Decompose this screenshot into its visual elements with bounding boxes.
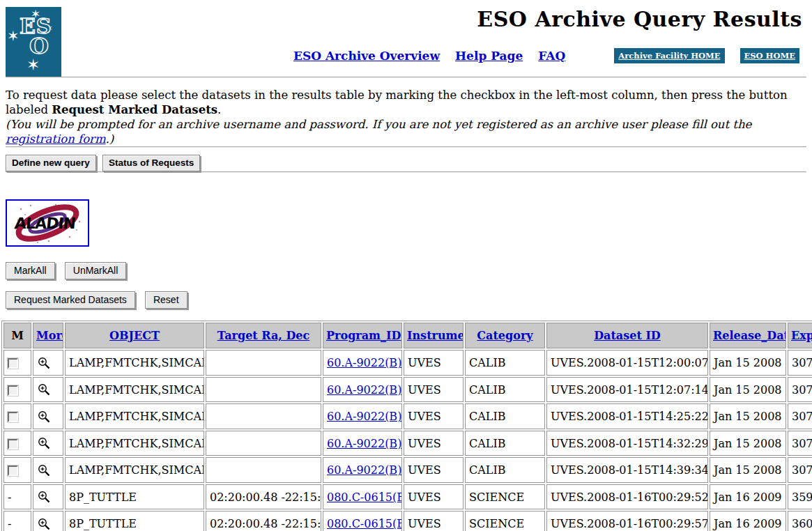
- more-cell: [33, 403, 63, 429]
- program-cell: 080.C-0615(B): [323, 511, 402, 531]
- intro-text: To request data please select the datase…: [6, 88, 806, 146]
- dataset-checkbox[interactable]: [8, 358, 18, 369]
- archive-overview-link[interactable]: ESO Archive Overview: [293, 49, 440, 63]
- registration-form-link[interactable]: registration form: [6, 132, 106, 146]
- object-cell: 8P_TUTTLE: [65, 484, 204, 510]
- dataset-id-cell: UVES.2008-01-16T00:29:57.289: [546, 511, 708, 531]
- table-row: - 8P_TUTTLE 02:20:00.48 -22:15:44.9 080.…: [3, 484, 812, 510]
- dataset-checkbox[interactable]: [8, 385, 18, 396]
- release-date-cell: Jan 15 2008: [710, 431, 786, 456]
- sort-program-link[interactable]: Program_ID: [326, 329, 401, 342]
- program-cell: 60.A-9022(B): [323, 457, 402, 483]
- release-date-cell: Jan 15 2008: [710, 403, 786, 429]
- request-marked-datasets-button[interactable]: Request Marked Datasets: [6, 291, 135, 309]
- program-cell: 60.A-9022(B): [323, 350, 402, 376]
- header-nav: ESO Archive Overview Help Page FAQ Archi…: [6, 48, 806, 63]
- program-cell: 080.C-0615(B): [323, 484, 402, 510]
- sort-category-link[interactable]: Category: [477, 329, 533, 342]
- intro-line-2: (You will be prompted for an archive use…: [6, 117, 806, 146]
- program-id-link[interactable]: 080.C-0615(B): [327, 517, 402, 530]
- magnifier-more-icon[interactable]: [37, 463, 51, 477]
- exptime-cell: 307.997: [788, 350, 812, 376]
- instrument-cell: UVES: [404, 377, 464, 403]
- divider: [6, 146, 806, 148]
- faq-link[interactable]: FAQ: [538, 49, 565, 63]
- dataset-checkbox[interactable]: [8, 412, 18, 422]
- archive-facility-home-button[interactable]: Archive Facility HOME: [614, 48, 724, 63]
- exptime-cell: 307.997: [788, 403, 812, 429]
- instrument-cell: UVES: [404, 484, 464, 510]
- table-row: LAMP,FMTCHK,SIMCAL 60.A-9022(B) UVES CAL…: [3, 403, 812, 429]
- exptime-cell: 307.997: [788, 431, 812, 456]
- sort-dataset-link[interactable]: Dataset ID: [594, 329, 661, 342]
- magnifier-more-icon[interactable]: [37, 490, 51, 504]
- col-header-exptime: Exptime: [788, 323, 812, 348]
- program-id-link[interactable]: 60.A-9022(B): [327, 356, 401, 369]
- object-cell: LAMP,FMTCHK,SIMCAL: [65, 431, 204, 456]
- more-cell: [33, 377, 63, 403]
- dataset-id-cell: UVES.2008-01-15T14:25:22.680: [546, 403, 708, 429]
- sort-release-link[interactable]: Release_Date: [713, 329, 786, 342]
- program-cell: 60.A-9022(B): [323, 431, 402, 456]
- dataset-id-cell: UVES.2008-01-15T12:07:14.489: [546, 377, 708, 403]
- col-header-object: OBJECT: [65, 323, 204, 348]
- mark-toolbar: MarkAll UnMarkAll: [6, 262, 806, 279]
- magnifier-more-icon[interactable]: [37, 517, 51, 531]
- dataset-checkbox[interactable]: [8, 439, 18, 449]
- col-header-instrument: Instrument: [404, 323, 464, 348]
- program-id-link[interactable]: 080.C-0615(B): [327, 491, 402, 504]
- program-id-link[interactable]: 60.A-9022(B): [327, 437, 401, 450]
- mark-all-button[interactable]: MarkAll: [6, 262, 55, 279]
- results-table: M More OBJECT Target Ra, Dec Program_ID …: [1, 321, 812, 531]
- exptime-cell: 3600.003: [788, 511, 812, 531]
- more-cell: [33, 484, 63, 510]
- magnifier-more-icon[interactable]: [37, 356, 51, 370]
- request-toolbar: Request Marked Datasets Reset: [6, 291, 806, 309]
- magnifier-more-icon[interactable]: [37, 410, 51, 424]
- results-tbody: LAMP,FMTCHK,SIMCAL 60.A-9022(B) UVES CAL…: [3, 350, 812, 531]
- define-new-query-button[interactable]: Define new query: [6, 155, 96, 171]
- mark-cell: [3, 403, 31, 429]
- program-id-link[interactable]: 60.A-9022(B): [327, 383, 401, 397]
- object-cell: 8P_TUTTLE: [65, 511, 204, 531]
- request-marked-bold: Request Marked Datasets: [52, 103, 217, 116]
- mark-cell: [3, 431, 31, 456]
- sort-more-link[interactable]: More: [36, 329, 63, 342]
- program-id-link[interactable]: 60.A-9022(B): [327, 463, 401, 477]
- sort-exptime-link[interactable]: Exptime: [791, 329, 812, 342]
- target-cell: [206, 403, 321, 429]
- eso-home-button[interactable]: ESO HOME: [740, 48, 799, 63]
- sort-object-link[interactable]: OBJECT: [109, 329, 160, 342]
- magnifier-more-icon[interactable]: [37, 436, 51, 450]
- mark-cell: -: [3, 484, 31, 510]
- help-page-link[interactable]: Help Page: [455, 49, 523, 63]
- dataset-checkbox[interactable]: [8, 465, 18, 476]
- sort-target-link[interactable]: Target Ra, Dec: [217, 329, 309, 342]
- program-id-link[interactable]: 60.A-9022(B): [327, 410, 401, 423]
- table-row: - 8P_TUTTLE 02:20:00.48 -22:15:44.9 080.…: [3, 511, 812, 531]
- category-cell: CALIB: [465, 457, 545, 483]
- col-header-dataset: Dataset ID: [546, 323, 708, 348]
- dataset-id-cell: UVES.2008-01-15T12:00:07.951: [546, 350, 708, 376]
- exptime-cell: 3599.995: [788, 484, 812, 510]
- table-row: LAMP,FMTCHK,SIMCAL 60.A-9022(B) UVES CAL…: [3, 377, 812, 403]
- col-header-target: Target Ra, Dec: [206, 323, 321, 348]
- magnifier-more-icon[interactable]: [37, 383, 51, 397]
- category-cell: SCIENCE: [465, 484, 545, 510]
- eso-logo[interactable]: ✶ ✶ ✶ ✶ ES O: [6, 7, 61, 77]
- reset-button[interactable]: Reset: [145, 291, 187, 309]
- sort-instrument-link[interactable]: Instrument: [407, 329, 464, 342]
- release-date-cell: Jan 15 2008: [710, 350, 786, 376]
- category-cell: CALIB: [465, 431, 545, 456]
- unmark-all-button[interactable]: UnMarkAll: [65, 262, 127, 279]
- col-header-release: Release_Date: [710, 323, 786, 348]
- more-cell: [33, 511, 63, 531]
- release-date-cell: Jan 16 2009: [710, 484, 786, 510]
- aladin-logo-link[interactable]: ALADIN: [6, 199, 89, 247]
- status-of-requests-button[interactable]: Status of Requests: [102, 155, 200, 171]
- instrument-cell: UVES: [404, 431, 464, 456]
- release-date-cell: Jan 16 2009: [710, 511, 786, 531]
- aladin-swirl-icon: ALADIN: [7, 201, 88, 245]
- divider: [6, 77, 806, 78]
- results-table-wrap: M More OBJECT Target Ra, Dec Program_ID …: [1, 321, 806, 531]
